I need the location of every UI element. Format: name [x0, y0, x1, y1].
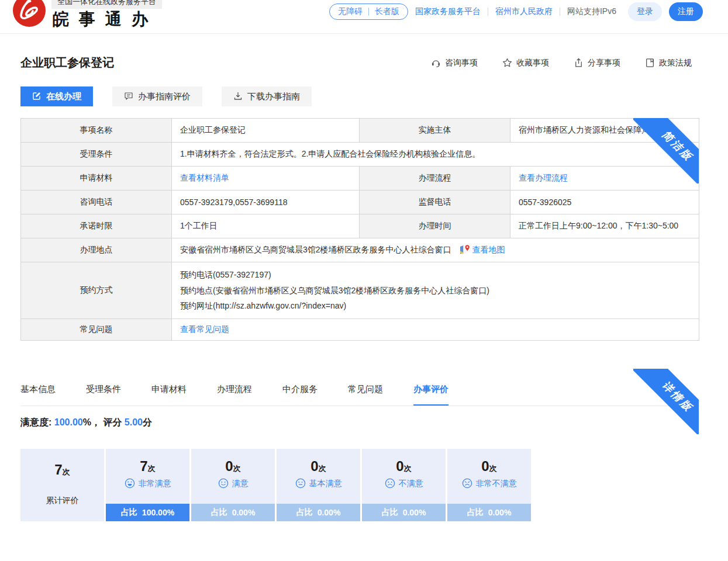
share-icon — [574, 58, 584, 68]
online-apply-button[interactable]: 在线办理 — [20, 86, 93, 106]
policy-label: 政策法规 — [659, 58, 692, 68]
register-button[interactable]: 注册 — [669, 2, 703, 21]
satisfied-ratio-bar: 占比 0.00% — [191, 504, 275, 521]
very-sad-face-icon — [462, 478, 472, 490]
view-process-link[interactable]: 查看办理流程 — [519, 173, 568, 182]
star-icon — [502, 58, 512, 68]
very-satisfied-label: 非常满意 — [139, 479, 171, 489]
map-icon — [459, 244, 471, 257]
tab-basic-info[interactable]: 基本信息 — [20, 377, 56, 406]
elder-version-link[interactable]: 长者版 — [375, 6, 399, 17]
appointment-place: 预约地点(安徽省宿州市埇桥区义乌商贸城晨3馆2楼埇桥区政务服务中心人社综合窗口) — [180, 283, 691, 299]
satisfied-card: 0次 满意 占比 0.00% — [191, 449, 275, 521]
promised-time-value: 1个工作日 — [172, 214, 360, 238]
action-buttons: 在线办理 办事指南评价 下载办事指南 — [20, 86, 699, 106]
simple-version-ribbon-label[interactable]: 简洁版 — [633, 118, 699, 183]
platform-badge: 全国一体化在线政务服务平台 — [51, 0, 162, 9]
site-logo-icon — [13, 0, 46, 27]
share-item-button[interactable]: 分享事项 — [574, 58, 620, 68]
download-guide-label: 下载办事指南 — [247, 91, 300, 102]
ratio-value: 0.00% — [488, 508, 512, 517]
total-evaluation-label: 累计评价 — [20, 496, 104, 506]
appointment-phone: 预约电话(0557-3927197) — [180, 267, 691, 283]
unsatisfied-label: 不满意 — [399, 479, 423, 489]
very-satisfied-card: 7次 非常满意 占比 100.00% — [106, 449, 189, 521]
ratio-label: 占比 — [382, 507, 398, 518]
consult-item-button[interactable]: 咨询事项 — [431, 58, 478, 68]
basically-satisfied-ratio-bar: 占比 0.00% — [277, 504, 360, 521]
item-name-value: 企业职工参保登记 — [172, 119, 360, 143]
consult-item-label: 咨询事项 — [445, 58, 478, 68]
pill-divider — [368, 8, 369, 16]
tab-bar: 基本信息 受理条件 申请材料 办理流程 中介服务 常见问题 办事评价 — [20, 369, 699, 406]
suzhou-gov-link[interactable]: 宿州市人民政府 — [495, 6, 553, 17]
divider — [560, 8, 560, 16]
basically-satisfied-label: 基本满意 — [309, 479, 342, 489]
ratio-value: 0.00% — [318, 508, 341, 517]
tab-faq[interactable]: 常见问题 — [348, 377, 383, 406]
very-unsatisfied-card: 0次 非常不满意 占比 0.00% — [447, 449, 531, 521]
view-map-link[interactable]: 查看地图 — [472, 245, 505, 255]
tab-process-flow[interactable]: 办理流程 — [217, 377, 252, 406]
download-guide-button[interactable]: 下载办事指南 — [222, 86, 312, 106]
unsatisfied-card: 0次 不满意 占比 0.00% — [362, 449, 446, 521]
satisfaction-value: 100.00 — [54, 417, 83, 427]
satisfaction-summary: 满意度: 100.00%， 评分 5.00分 — [20, 417, 699, 429]
application-materials-label: 申请材料 — [21, 167, 172, 191]
accessibility-pill[interactable]: 无障碍 长者版 — [329, 4, 408, 20]
view-faq-link[interactable]: 查看常见问题 — [180, 324, 229, 334]
detail-version-ribbon[interactable]: 详情版 — [633, 369, 699, 434]
site-title: 皖事通办 — [53, 8, 158, 30]
count-unit: 次 — [489, 464, 497, 473]
share-item-label: 分享事项 — [588, 58, 620, 68]
login-button[interactable]: 登录 — [628, 2, 662, 21]
very-unsatisfied-label: 非常不满意 — [476, 479, 517, 489]
item-name-label: 事项名称 — [21, 119, 172, 143]
view-materials-link[interactable]: 查看材料清单 — [180, 173, 229, 182]
policy-button[interactable]: 政策法规 — [645, 58, 692, 68]
ratio-label: 占比 — [467, 507, 484, 518]
satisfaction-suffix: %， — [83, 417, 101, 427]
process-flow-label: 办理流程 — [360, 167, 510, 191]
download-icon — [233, 91, 243, 102]
satisfied-label: 满意 — [232, 479, 249, 489]
satisfaction-label: 满意度: — [20, 417, 51, 427]
acceptance-conditions-value: 1.申请材料齐全，符合法定形式。2.申请人应配合社会保险经办机构核验企业信息。 — [172, 143, 699, 167]
detail-version-ribbon-label[interactable]: 详情版 — [633, 369, 699, 434]
supervise-phone-value: 0557-3926025 — [510, 191, 699, 214]
faq-label: 常见问题 — [21, 318, 172, 340]
online-apply-label: 在线办理 — [46, 91, 81, 102]
ratio-value: 0.00% — [232, 508, 256, 517]
happy-face-icon — [218, 478, 229, 490]
favorite-item-button[interactable]: 收藏事项 — [502, 58, 549, 68]
simple-version-ribbon[interactable]: 简洁版 — [633, 118, 699, 183]
location-label: 办理地点 — [21, 238, 172, 262]
count-unit: 次 — [63, 468, 70, 476]
ipv6-label: 网站支持IPv6 — [567, 6, 616, 17]
edit-icon — [32, 91, 42, 102]
satisfied-count: 0 — [225, 458, 233, 474]
tab-intermediary-services[interactable]: 中介服务 — [282, 377, 318, 406]
unsatisfied-count: 0 — [396, 458, 403, 474]
office-hours-value: 正常工作日上午9:00~12:00，下午1:30~5:00 — [510, 214, 699, 238]
ratio-value: 0.00% — [403, 508, 426, 517]
guide-evaluate-button[interactable]: 办事指南评价 — [112, 86, 202, 106]
supervise-phone-label: 监督电话 — [360, 191, 510, 214]
main-content: 企业职工参保登记 咨询事项 收藏事项 分享事项 — [20, 55, 699, 521]
ratio-label: 占比 — [121, 507, 137, 518]
page-title: 企业职工参保登记 — [20, 55, 114, 71]
guide-evaluate-label: 办事指南评价 — [138, 91, 191, 102]
tab-acceptance-conditions[interactable]: 受理条件 — [86, 377, 121, 406]
national-platform-link[interactable]: 国家政务服务平台 — [415, 6, 481, 17]
quick-actions: 咨询事项 收藏事项 分享事项 政策法规 — [431, 58, 692, 68]
appointment-label: 预约方式 — [21, 262, 172, 319]
tab-service-evaluation[interactable]: 办事评价 — [413, 377, 448, 406]
site-header: 全国一体化在线政务服务平台 皖事通办 无障碍 长者版 国家政务服务平台 宿州市人… — [0, 0, 728, 34]
consult-phone-value: 0557-3923179,0557-3699118 — [172, 191, 360, 214]
favorite-item-label: 收藏事项 — [516, 58, 549, 68]
rating-label: 评分 — [103, 417, 122, 427]
tab-application-materials[interactable]: 申请材料 — [151, 377, 187, 406]
very-happy-face-icon — [125, 478, 135, 490]
accessibility-link[interactable]: 无障碍 — [338, 6, 363, 17]
neutral-face-icon — [295, 478, 306, 490]
